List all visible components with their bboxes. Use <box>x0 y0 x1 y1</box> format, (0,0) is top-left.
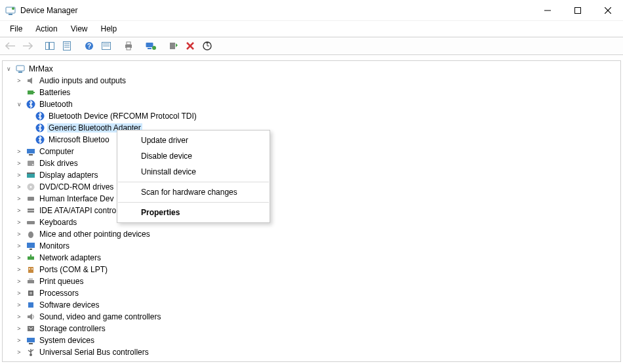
category-row[interactable]: > Network adapters <box>3 252 620 264</box>
expander-icon[interactable]: > <box>14 206 24 215</box>
svg-rect-7 <box>46 43 49 50</box>
usb-icon <box>26 347 36 357</box>
svg-rect-31 <box>33 92 35 93</box>
tree-root[interactable]: ∨ MrMax <box>3 63 620 75</box>
svg-rect-37 <box>29 154 33 155</box>
ctx-update-driver[interactable]: Update driver <box>117 132 270 148</box>
expander-icon[interactable]: > <box>14 348 24 357</box>
menu-help[interactable]: Help <box>95 22 123 35</box>
expander-icon[interactable]: ∨ <box>4 64 13 73</box>
expander-icon[interactable]: > <box>14 265 24 274</box>
expander-icon[interactable]: > <box>14 159 24 168</box>
category-row[interactable]: > Sound, video and game controllers <box>3 311 620 323</box>
menu-view[interactable]: View <box>65 22 94 35</box>
category-row[interactable]: Batteries <box>3 87 620 98</box>
category-row[interactable]: > Ports (COM & LPT) <box>3 264 620 275</box>
expander-icon[interactable]: > <box>14 171 24 180</box>
category-row[interactable]: > DVD/CD-ROM drives <box>3 181 620 193</box>
expander-icon[interactable]: > <box>14 253 24 262</box>
ctx-properties[interactable]: Properties <box>117 205 270 220</box>
expander-icon[interactable]: > <box>14 336 24 345</box>
menu-action[interactable]: Action <box>30 22 63 35</box>
category-label: Human Interface Dev <box>38 194 115 203</box>
properties-button[interactable] <box>59 39 75 53</box>
expander-icon[interactable]: > <box>14 182 24 192</box>
forward-button <box>20 39 35 53</box>
ctx-disable-device[interactable]: Disable device <box>117 148 270 164</box>
svg-rect-4 <box>575 7 581 13</box>
menu-file[interactable]: File <box>4 22 28 35</box>
expander-icon[interactable]: > <box>14 324 24 333</box>
category-row[interactable]: > Print queues <box>3 275 620 287</box>
device-row[interactable]: Bluetooth Device (RFCOMM Protocol TDI) <box>3 110 620 122</box>
speaker-icon <box>26 75 36 86</box>
svg-point-55 <box>31 268 33 270</box>
category-label: IDE ATA/ATAPI contro <box>38 206 117 215</box>
app-icon <box>5 5 16 16</box>
device-tree[interactable]: ∨ MrMax > Audio inputs and outputs Batte… <box>2 60 621 362</box>
category-label: Software devices <box>38 300 100 310</box>
svg-rect-47 <box>27 221 35 224</box>
expander-icon[interactable]: > <box>14 241 24 251</box>
port-icon <box>26 264 36 275</box>
category-row[interactable]: > Human Interface Dev <box>3 193 620 205</box>
category-row[interactable]: > Audio inputs and outputs <box>3 75 620 87</box>
expander-icon[interactable]: > <box>14 289 24 298</box>
expander-icon[interactable]: > <box>14 312 24 321</box>
category-row[interactable]: > Computer <box>3 146 620 157</box>
category-row[interactable]: > Universal Serial Bus controllers <box>3 346 620 358</box>
scan-hardware-button[interactable] <box>199 39 215 53</box>
category-row[interactable]: > Disk drives <box>3 157 620 169</box>
category-label: Display adapters <box>38 171 99 180</box>
category-row[interactable]: > Monitors <box>3 240 620 252</box>
svg-point-43 <box>30 186 32 188</box>
maximize-button[interactable] <box>563 0 593 21</box>
device-row[interactable]: Generic Bluetooth Adapter <box>3 122 620 134</box>
svg-rect-62 <box>27 338 35 342</box>
category-label: Keyboards <box>38 218 78 227</box>
category-row[interactable]: > Keyboards <box>3 216 620 228</box>
category-row[interactable]: > Display adapters <box>3 169 620 181</box>
update-driver-button[interactable] <box>165 39 181 53</box>
category-row[interactable]: > Mice and other pointing devices <box>3 228 620 240</box>
svg-rect-1 <box>9 14 12 15</box>
expander-icon[interactable]: ∨ <box>14 100 24 109</box>
category-label: Universal Serial Bus controllers <box>38 348 150 357</box>
category-row[interactable]: > Storage controllers <box>3 323 620 334</box>
storage-icon <box>26 323 36 334</box>
help-button[interactable]: ? <box>81 39 97 53</box>
expander-icon[interactable]: > <box>14 230 24 239</box>
category-label: Batteries <box>38 88 71 97</box>
action-list-button[interactable] <box>98 39 114 53</box>
category-row[interactable]: > Software devices <box>3 299 620 311</box>
expander-icon[interactable]: > <box>14 194 24 203</box>
expander-icon[interactable]: > <box>14 147 24 156</box>
ctx-uninstall-device[interactable]: Uninstall device <box>117 164 270 180</box>
sound-icon <box>26 312 36 322</box>
expander-icon[interactable]: > <box>14 218 24 227</box>
minimize-button[interactable] <box>533 0 563 21</box>
display-icon <box>26 170 36 180</box>
show-hide-tree-button[interactable] <box>42 39 58 53</box>
battery-icon <box>26 87 36 98</box>
category-row[interactable]: > IDE ATA/ATAPI contro <box>3 205 620 216</box>
category-label: Monitors <box>38 241 71 251</box>
remote-computer-button[interactable] <box>143 39 159 53</box>
category-label: Ports (COM & LPT) <box>38 265 109 274</box>
uninstall-device-button[interactable] <box>182 39 198 53</box>
expander-icon[interactable]: > <box>14 277 24 286</box>
expander-icon[interactable]: > <box>14 300 24 310</box>
expander-icon[interactable]: > <box>14 76 24 85</box>
ctx-separator <box>118 182 269 182</box>
tree-root-label: MrMax <box>28 64 54 73</box>
svg-rect-44 <box>28 197 34 201</box>
ctx-scan-hardware[interactable]: Scan for hardware changes <box>117 184 270 200</box>
category-row[interactable]: > System devices <box>3 334 620 346</box>
svg-point-54 <box>29 268 30 270</box>
category-row[interactable]: ∨ Bluetooth <box>3 98 620 110</box>
print-button[interactable] <box>121 39 136 53</box>
close-button[interactable] <box>593 0 623 21</box>
category-row[interactable]: > Processors <box>3 287 620 299</box>
svg-rect-19 <box>127 42 131 45</box>
device-row[interactable]: Microsoft Bluetoo <box>3 134 620 146</box>
